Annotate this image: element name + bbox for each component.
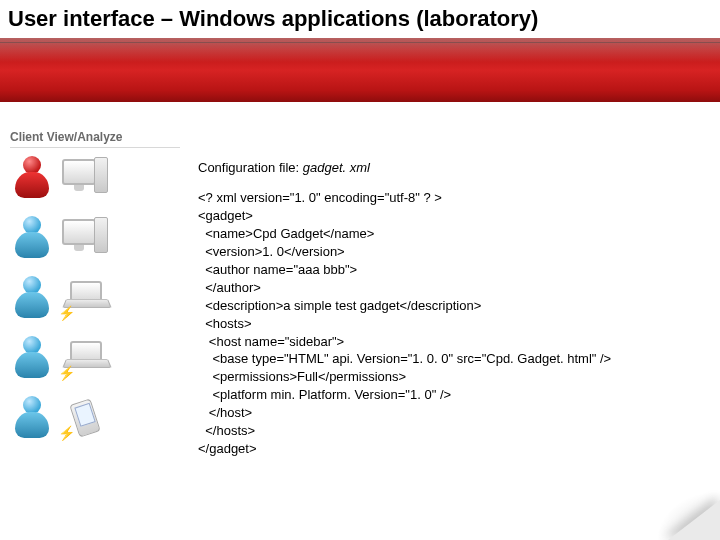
sidebar-row: ⚡ <box>10 274 180 320</box>
person-icon <box>10 274 54 320</box>
sidebar-heading: Client View/Analyze <box>10 130 180 148</box>
person-icon <box>10 334 54 380</box>
sidebar-row: ⚡ <box>10 394 180 440</box>
pda-icon: ⚡ <box>62 395 112 439</box>
sidebar-row <box>10 154 180 200</box>
header-band <box>0 38 720 102</box>
config-label: Configuration file: <box>198 160 303 175</box>
bolt-icon: ⚡ <box>58 365 75 381</box>
config-filename: gadget. xml <box>303 160 370 175</box>
person-icon <box>10 214 54 260</box>
xml-code-block: <? xml version="1. 0" encoding="utf-8" ?… <box>198 189 698 458</box>
person-icon <box>10 154 54 200</box>
bolt-icon: ⚡ <box>58 425 75 441</box>
config-file-line: Configuration file: gadget. xml <box>198 160 698 175</box>
sidebar-row: ⚡ <box>10 334 180 380</box>
sidebar-row <box>10 214 180 260</box>
desktop-icon <box>62 215 112 259</box>
person-icon <box>10 394 54 440</box>
page-curl-icon <box>630 470 720 540</box>
laptop-icon: ⚡ <box>62 275 112 319</box>
laptop-icon: ⚡ <box>62 335 112 379</box>
desktop-icon <box>62 155 112 199</box>
slide-title: User interface – Windows applications (l… <box>8 6 538 32</box>
content-area: Configuration file: gadget. xml <? xml v… <box>198 160 698 458</box>
bolt-icon: ⚡ <box>58 305 75 321</box>
slide: User interface – Windows applications (l… <box>0 0 720 540</box>
sidebar: Client View/Analyze ⚡ ⚡ <box>10 130 180 454</box>
